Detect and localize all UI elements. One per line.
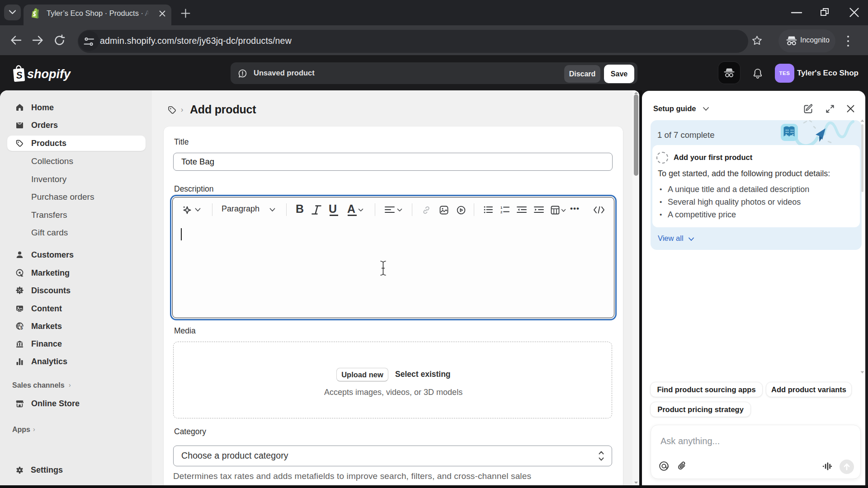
svg-text:$: $ bbox=[20, 325, 23, 330]
svg-text:2: 2 bbox=[500, 210, 502, 214]
svg-text:shopify: shopify bbox=[27, 67, 71, 81]
svg-text:1: 1 bbox=[500, 206, 502, 210]
svg-text:S: S bbox=[16, 70, 23, 80]
